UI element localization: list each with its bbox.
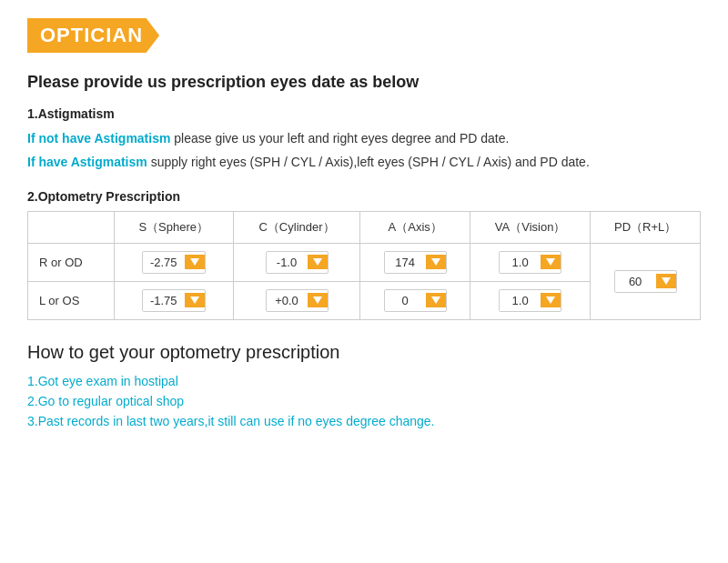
table-row: R or OD-2.75-1.01741.060: [28, 243, 701, 281]
vision-1-dropdown[interactable]: 1.0: [499, 289, 561, 312]
cell-cylinder-0: -1.0: [233, 243, 360, 281]
vision-1-dropdown-value: 1.0: [500, 290, 541, 311]
svg-marker-8: [546, 297, 555, 304]
section1-highlight1: If not have Astigmatism: [27, 131, 170, 146]
row-label-1: L or OS: [28, 281, 115, 319]
how-list-item-2: 3.Past records in last two years,it stil…: [27, 414, 701, 428]
pd-cell: 60: [591, 243, 701, 319]
cell-vision-0: 1.0: [470, 243, 591, 281]
svg-marker-7: [431, 297, 440, 304]
how-list-item-1: 2.Go to regular optical shop: [27, 394, 701, 408]
sphere-0-dropdown-arrow[interactable]: [185, 255, 205, 269]
svg-marker-5: [190, 297, 199, 304]
cylinder-1-dropdown-arrow[interactable]: [308, 293, 328, 307]
section1-line1-rest: please give us your left and right eyes …: [170, 131, 509, 146]
col-header-vision: VA（Vision）: [470, 211, 591, 243]
cell-sphere-0: -2.75: [114, 243, 233, 281]
section2: 2.Optometry Prescription S（Sphere） C（Cyl…: [27, 189, 701, 320]
pd-dropdown[interactable]: 60: [614, 270, 677, 293]
optician-banner: OPTICIAN: [27, 18, 159, 53]
vision-1-dropdown-arrow[interactable]: [541, 293, 561, 307]
axis-0-dropdown-value: 174: [385, 252, 426, 273]
section3-title: How to get your optometry prescription: [27, 342, 701, 363]
cylinder-1-dropdown[interactable]: +0.0: [266, 289, 329, 312]
cell-sphere-1: -1.75: [114, 281, 233, 319]
sphere-0-dropdown-value: -2.75: [143, 252, 185, 273]
pd-dropdown-arrow[interactable]: [656, 274, 676, 288]
prescription-table: S（Sphere） C（Cylinder） A（Axis） VA（Vision）…: [27, 211, 701, 320]
cell-axis-1: 0: [360, 281, 470, 319]
col-header-sphere: S（Sphere）: [114, 211, 233, 243]
chevron-down-icon: [431, 297, 440, 304]
axis-0-dropdown[interactable]: 174: [384, 251, 447, 274]
axis-0-dropdown-arrow[interactable]: [426, 255, 446, 269]
cylinder-0-dropdown-value: -1.0: [267, 252, 308, 273]
row-label-0: R or OD: [28, 243, 115, 281]
section1: 1.Astigmatism If not have Astigmatism pl…: [27, 106, 701, 173]
col-header-cylinder: C（Cylinder）: [233, 211, 360, 243]
section1-line1: If not have Astigmatism please give us y…: [27, 128, 701, 148]
sphere-1-dropdown[interactable]: -1.75: [142, 289, 206, 312]
cell-cylinder-1: +0.0: [233, 281, 360, 319]
pd-dropdown-value: 60: [615, 271, 656, 292]
chevron-down-icon: [546, 258, 555, 266]
sphere-1-dropdown-arrow[interactable]: [185, 293, 205, 307]
section1-line2-rest: supply right eyes (SPH / CYL / Axis),lef…: [147, 155, 590, 169]
section1-line2: If have Astigmatism supply right eyes (S…: [27, 152, 701, 172]
chevron-down-icon: [190, 258, 199, 266]
col-header-axis: A（Axis）: [360, 211, 470, 243]
chevron-down-icon: [313, 297, 322, 304]
cylinder-0-dropdown-arrow[interactable]: [308, 255, 328, 269]
section1-highlight2: If have Astigmatism: [27, 155, 147, 169]
how-list: 1.Got eye exam in hostipal2.Go to regula…: [27, 374, 701, 428]
main-title: Please provide us prescription eyes date…: [27, 73, 701, 92]
svg-marker-0: [190, 258, 199, 266]
section3: How to get your optometry prescription 1…: [27, 342, 701, 428]
chevron-down-icon: [662, 277, 671, 285]
cell-axis-0: 174: [360, 243, 470, 281]
sphere-1-dropdown-value: -1.75: [143, 290, 185, 311]
sphere-0-dropdown[interactable]: -2.75: [142, 251, 206, 274]
svg-marker-3: [546, 258, 555, 266]
chevron-down-icon: [546, 297, 555, 304]
col-header-pd: PD（R+L）: [591, 211, 701, 243]
svg-marker-6: [313, 297, 322, 304]
cylinder-1-dropdown-value: +0.0: [267, 290, 308, 311]
axis-1-dropdown-value: 0: [385, 290, 426, 311]
section2-title: 2.Optometry Prescription: [27, 189, 701, 204]
cell-vision-1: 1.0: [470, 281, 591, 319]
chevron-down-icon: [313, 258, 322, 266]
axis-1-dropdown-arrow[interactable]: [426, 293, 446, 307]
vision-0-dropdown[interactable]: 1.0: [499, 251, 561, 274]
chevron-down-icon: [190, 297, 199, 304]
cylinder-0-dropdown[interactable]: -1.0: [266, 251, 329, 274]
section1-title: 1.Astigmatism: [27, 106, 701, 121]
vision-0-dropdown-value: 1.0: [500, 252, 541, 273]
table-header-row: S（Sphere） C（Cylinder） A（Axis） VA（Vision）…: [28, 211, 701, 243]
col-header-empty: [28, 211, 115, 243]
svg-marker-1: [313, 258, 322, 266]
svg-marker-4: [662, 277, 671, 285]
axis-1-dropdown[interactable]: 0: [384, 289, 447, 312]
svg-marker-2: [431, 258, 440, 266]
how-list-item-0: 1.Got eye exam in hostipal: [27, 374, 701, 388]
chevron-down-icon: [431, 258, 440, 266]
vision-0-dropdown-arrow[interactable]: [541, 255, 561, 269]
